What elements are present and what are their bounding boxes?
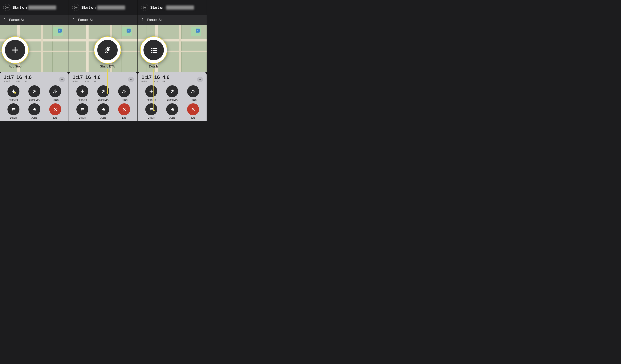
min-value: 16 — [16, 75, 22, 80]
action-item-end[interactable]: End — [184, 103, 203, 119]
arrival-stat: 1:17 arrival — [72, 75, 83, 82]
action-item-end[interactable]: End — [45, 103, 65, 119]
map-area: P — [0, 25, 69, 72]
nav-title: Start on ██████████ — [150, 5, 194, 10]
action-circle-share-eta — [28, 85, 40, 97]
action-item-share-eta[interactable]: Share ETA — [25, 85, 44, 101]
mi-label: mi — [93, 80, 101, 82]
svg-point-53 — [150, 111, 151, 111]
svg-point-51 — [150, 109, 151, 110]
action-circle-details — [145, 103, 157, 115]
nav-title: Start on ██████████ — [12, 5, 56, 10]
parking-icon: P — [58, 29, 62, 33]
turn-arrow-icon — [141, 18, 144, 22]
arrival-stat: 1:17 arrival — [4, 75, 14, 82]
action-item-report[interactable]: Report — [114, 85, 134, 101]
action-item-add-stop[interactable]: Add Stop — [141, 85, 161, 101]
svg-point-15 — [12, 111, 13, 111]
action-label-report: Report — [52, 99, 58, 101]
action-item-details[interactable]: Details — [4, 103, 23, 119]
action-label-end: End — [191, 117, 195, 119]
svg-point-39 — [143, 7, 144, 8]
svg-point-27 — [103, 90, 103, 91]
action-label-audio: Audio — [100, 117, 106, 119]
nav-blurred-text: ██████████ — [97, 5, 125, 10]
action-label-end: End — [122, 117, 126, 119]
panel-panel-details: Start on ██████████ Fanuel St P 1:17 arr… — [138, 0, 207, 121]
action-item-add-stop[interactable]: Add Stop — [72, 85, 92, 101]
chevron-button[interactable] — [59, 77, 65, 82]
min-stat: 16 min — [16, 75, 22, 82]
action-circle-add-stop — [145, 85, 157, 97]
action-item-audio[interactable]: Audio — [25, 103, 44, 119]
map-area: P — [138, 25, 207, 72]
min-label: min — [16, 80, 22, 82]
min-value: 16 — [85, 75, 91, 80]
arrival-value: 1:17 — [72, 75, 83, 80]
svg-point-30 — [81, 108, 82, 109]
svg-point-32 — [81, 109, 82, 110]
nav-icon — [3, 4, 10, 11]
action-circle-report — [49, 85, 61, 97]
svg-point-46 — [172, 90, 172, 91]
arrival-label: arrival — [141, 80, 152, 82]
action-item-report[interactable]: Report — [45, 85, 65, 101]
action-circle-audio — [97, 103, 109, 115]
chevron-button[interactable] — [197, 77, 203, 82]
action-circle-add-stop — [76, 85, 88, 97]
svg-point-29 — [124, 92, 124, 93]
direction-bar: Fanuel St — [0, 15, 69, 25]
action-circle-details — [7, 103, 19, 115]
panel-panel-add-stop: Start on ██████████ Fanuel St P 1:17 arr… — [0, 0, 69, 121]
action-label-details: Details — [148, 117, 155, 119]
action-label-share-eta: Share ETA — [167, 99, 177, 101]
action-item-details[interactable]: Details — [72, 103, 92, 119]
action-circle-share-eta — [97, 85, 109, 97]
nav-blurred-text: ██████████ — [28, 5, 56, 10]
nav-blurred-text: ██████████ — [166, 5, 194, 10]
min-label: min — [85, 80, 91, 82]
nav-title: Start on ██████████ — [81, 5, 125, 10]
svg-point-48 — [193, 92, 193, 93]
chevron-button[interactable] — [128, 77, 134, 82]
nav-bar: Start on ██████████ — [69, 0, 138, 15]
action-item-details[interactable]: Details — [141, 103, 161, 119]
mi-value: 4.6 — [25, 75, 32, 80]
action-item-share-eta[interactable]: Share ETA — [93, 85, 113, 101]
mi-label: mi — [162, 80, 170, 82]
map-area: P — [69, 25, 138, 72]
min-stat: 16 min — [154, 75, 160, 82]
action-item-report[interactable]: Report — [184, 85, 203, 101]
action-label-add-stop: Add Stop — [78, 99, 87, 101]
action-circle-audio — [166, 103, 178, 115]
arrival-value: 1:17 — [4, 75, 14, 80]
svg-point-8 — [34, 90, 34, 91]
action-item-audio[interactable]: Audio — [93, 103, 113, 119]
action-circle-report — [118, 85, 130, 97]
action-circle-end — [118, 103, 130, 115]
svg-point-43 — [172, 90, 173, 91]
action-item-end[interactable]: End — [114, 103, 134, 119]
svg-point-10 — [55, 92, 55, 93]
nav-icon — [141, 4, 148, 11]
svg-point-13 — [12, 109, 13, 110]
nav-bar: Start on ██████████ — [138, 0, 207, 15]
min-value: 16 — [154, 75, 160, 80]
action-grid: Add Stop Share ETA Report — [141, 85, 203, 119]
action-label-details: Details — [79, 117, 86, 119]
turn-arrow-icon — [3, 18, 7, 22]
action-circle-share-eta — [166, 85, 178, 97]
action-item-audio[interactable]: Audio — [162, 103, 182, 119]
action-item-add-stop[interactable]: Add Stop — [4, 85, 23, 101]
action-circle-add-stop — [7, 85, 19, 97]
action-label-add-stop: Add Stop — [9, 99, 18, 101]
action-label-add-stop: Add Stop — [147, 99, 156, 101]
action-label-share-eta: Share ETA — [29, 99, 40, 101]
svg-point-49 — [150, 108, 151, 109]
nav-bar: Start on ██████████ — [0, 0, 69, 15]
mi-stat: 4.6 mi — [93, 75, 101, 82]
svg-point-34 — [81, 111, 82, 111]
action-label-end: End — [53, 117, 57, 119]
svg-point-5 — [34, 90, 35, 91]
action-item-share-eta[interactable]: Share ETA — [162, 85, 182, 101]
